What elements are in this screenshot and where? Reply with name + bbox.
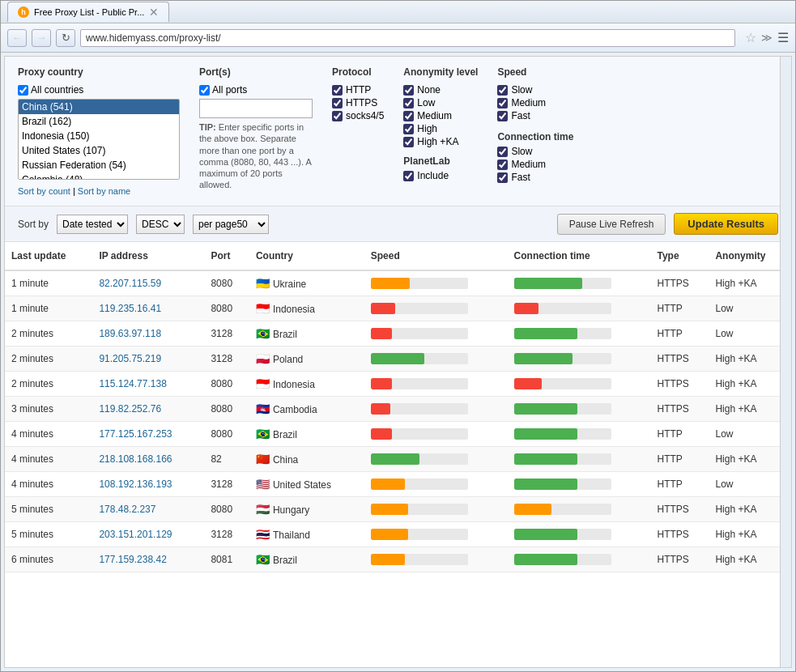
sort-by-count-link[interactable]: Sort by count bbox=[18, 186, 70, 196]
tab-close-button[interactable]: ✕ bbox=[149, 6, 159, 19]
planetlab-checkbox[interactable] bbox=[403, 171, 414, 181]
cell-last-update: 2 minutes bbox=[5, 347, 92, 372]
country-list[interactable]: China (541) Brazil (162) Indonesia (150)… bbox=[18, 99, 180, 180]
cell-ip[interactable]: 108.192.136.193 bbox=[92, 472, 204, 497]
cell-conn-time bbox=[508, 422, 651, 447]
browser-tab[interactable]: h Free Proxy List - Public Pr... ✕ bbox=[7, 2, 169, 22]
protocol-check-group: HTTP HTTPS socks4/5 bbox=[332, 84, 384, 121]
cell-conn-time bbox=[508, 347, 651, 372]
https-checkbox[interactable] bbox=[332, 98, 343, 108]
speed-medium-item: Medium bbox=[497, 97, 573, 108]
anon-none-label: None bbox=[417, 84, 441, 96]
ip-link[interactable]: 218.108.168.166 bbox=[99, 453, 172, 465]
speed-bar-fill bbox=[371, 478, 405, 490]
all-countries-checkbox[interactable] bbox=[18, 85, 28, 96]
anon-medium-checkbox[interactable] bbox=[403, 111, 414, 121]
ip-link[interactable]: 115.124.77.138 bbox=[99, 378, 166, 389]
sort-field-select[interactable]: Date tested bbox=[57, 215, 128, 234]
update-results-button[interactable]: Update Results bbox=[674, 213, 778, 235]
cell-country: 🇭🇺Hungary bbox=[249, 497, 364, 522]
table-row: 6 minutes 177.159.238.42 8081 🇧🇷Brazil H… bbox=[5, 547, 791, 572]
cell-ip[interactable]: 91.205.75.219 bbox=[92, 347, 204, 372]
country-flag: 🇺🇦 bbox=[256, 277, 270, 290]
ip-link[interactable]: 91.205.75.219 bbox=[99, 353, 161, 364]
ip-link[interactable]: 119.235.16.41 bbox=[99, 303, 161, 314]
country-option-us: United States (107) bbox=[19, 143, 179, 158]
content-area: Proxy country All countries China (541) … bbox=[4, 56, 792, 668]
country-option-brazil: Brazil (162) bbox=[19, 114, 179, 129]
table-row: 1 minute 82.207.115.59 8080 🇺🇦Ukraine HT… bbox=[5, 270, 791, 296]
cell-ip[interactable]: 189.63.97.118 bbox=[92, 321, 204, 347]
ports-label: Port(s) bbox=[199, 66, 313, 78]
ip-link[interactable]: 189.63.97.118 bbox=[99, 328, 161, 339]
conn-bar-fill bbox=[514, 554, 577, 565]
col-conn-time: Connection time bbox=[508, 242, 651, 270]
sort-by-name-link[interactable]: Sort by name bbox=[78, 186, 130, 196]
extensions-icon[interactable]: ≫ bbox=[761, 32, 773, 44]
conn-time-label: Connection time bbox=[497, 131, 573, 142]
http-checkbox[interactable] bbox=[332, 85, 343, 96]
cell-anonymity: Low bbox=[709, 296, 791, 321]
conn-medium-checkbox[interactable] bbox=[497, 159, 508, 170]
bookmark-icon[interactable]: ☆ bbox=[745, 30, 756, 45]
col-speed: Speed bbox=[364, 242, 508, 270]
cell-ip[interactable]: 119.82.252.76 bbox=[92, 397, 204, 422]
conn-bar-container bbox=[514, 478, 611, 490]
reload-button[interactable]: ↻ bbox=[56, 29, 75, 47]
ip-link[interactable]: 119.82.252.76 bbox=[99, 403, 161, 415]
socks-checkbox[interactable] bbox=[332, 111, 343, 121]
speed-bar-fill bbox=[371, 278, 410, 289]
pause-live-refresh-button[interactable]: Pause Live Refresh bbox=[557, 214, 666, 235]
ip-link[interactable]: 177.125.167.253 bbox=[99, 428, 172, 440]
cell-last-update: 6 minutes bbox=[5, 547, 92, 572]
scrollbar[interactable] bbox=[780, 57, 791, 667]
all-ports-checkbox[interactable] bbox=[199, 85, 210, 96]
speed-medium-checkbox[interactable] bbox=[497, 98, 508, 108]
cell-ip[interactable]: 203.151.201.129 bbox=[92, 522, 204, 547]
planetlab-label: PlanetLab bbox=[403, 155, 478, 167]
ip-link[interactable]: 82.207.115.59 bbox=[99, 278, 161, 289]
port-filter-group: Port(s) All ports TIP: Enter specific po… bbox=[199, 66, 313, 191]
conn-slow-checkbox[interactable] bbox=[497, 147, 508, 157]
ip-link[interactable]: 177.159.238.42 bbox=[99, 554, 166, 565]
forward-button[interactable]: → bbox=[32, 29, 51, 47]
anon-highka-checkbox[interactable] bbox=[403, 137, 414, 147]
cell-ip[interactable]: 218.108.168.166 bbox=[92, 447, 204, 472]
country-option-russia: Russian Federation (54) bbox=[19, 158, 179, 172]
anon-none-checkbox[interactable] bbox=[403, 85, 414, 96]
table-row: 5 minutes 203.151.201.129 3128 🇹🇭Thailan… bbox=[5, 522, 791, 547]
address-bar[interactable]: www.hidemyass.com/proxy-list/ bbox=[80, 29, 735, 47]
cell-ip[interactable]: 82.207.115.59 bbox=[92, 270, 204, 296]
per-page-select[interactable]: per page50 per page30 per page100 bbox=[193, 215, 269, 234]
speed-bar-fill bbox=[371, 353, 424, 364]
cell-ip[interactable]: 178.48.2.237 bbox=[92, 497, 204, 522]
speed-fast-checkbox[interactable] bbox=[497, 111, 508, 121]
conn-bar-fill bbox=[514, 303, 538, 314]
ip-link[interactable]: 178.48.2.237 bbox=[99, 504, 155, 515]
country-option-colombia: Colombia (48) bbox=[19, 172, 179, 180]
ip-link[interactable]: 203.151.201.129 bbox=[99, 529, 172, 540]
cell-ip[interactable]: 119.235.16.41 bbox=[92, 296, 204, 321]
menu-icon[interactable]: ☰ bbox=[777, 30, 789, 45]
cell-anonymity: High +KA bbox=[709, 397, 791, 422]
cell-ip[interactable]: 177.125.167.253 bbox=[92, 422, 204, 447]
cell-speed bbox=[364, 447, 508, 472]
speed-slow-checkbox[interactable] bbox=[497, 85, 508, 96]
cell-country: 🇺🇦Ukraine bbox=[249, 270, 364, 296]
port-input[interactable] bbox=[199, 99, 313, 118]
cell-anonymity: Low bbox=[709, 472, 791, 497]
cell-ip[interactable]: 177.159.238.42 bbox=[92, 547, 204, 572]
anon-high-checkbox[interactable] bbox=[403, 124, 414, 134]
sort-order-select[interactable]: DESC ASC bbox=[136, 215, 185, 234]
conn-fast-checkbox[interactable] bbox=[497, 172, 508, 183]
cell-speed bbox=[364, 347, 508, 372]
anon-low-checkbox[interactable] bbox=[403, 98, 414, 108]
speed-fast-label: Fast bbox=[511, 110, 530, 121]
country-flag: 🇵🇱 bbox=[256, 352, 270, 365]
cell-last-update: 4 minutes bbox=[5, 422, 92, 447]
ip-link[interactable]: 108.192.136.193 bbox=[99, 478, 172, 490]
back-button[interactable]: ← bbox=[7, 29, 27, 47]
cell-ip[interactable]: 115.124.77.138 bbox=[92, 372, 204, 397]
country-filter-group: Proxy country All countries China (541) … bbox=[18, 66, 180, 196]
cell-port: 8080 bbox=[204, 372, 249, 397]
